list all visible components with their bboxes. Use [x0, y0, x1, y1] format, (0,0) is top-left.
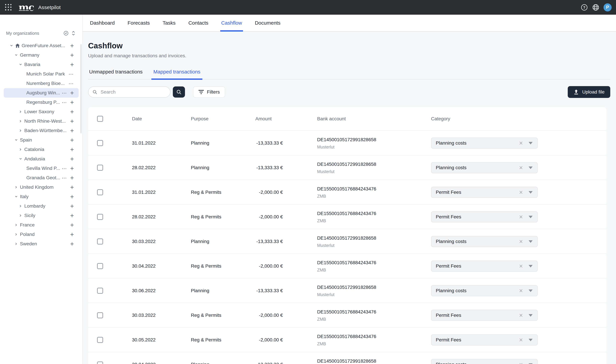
chevron-icon[interactable]: [19, 129, 23, 133]
row-checkbox[interactable]: [97, 312, 103, 318]
compass-icon[interactable]: [63, 31, 69, 36]
chevron-icon[interactable]: [9, 44, 14, 48]
app-grid-icon[interactable]: [5, 4, 12, 11]
chevron-icon[interactable]: [19, 119, 23, 123]
row-checkbox[interactable]: [97, 165, 103, 171]
row-checkbox[interactable]: [97, 238, 103, 245]
more-options-icon[interactable]: ⋯: [62, 90, 67, 96]
category-dropdown[interactable]: Planning costs ×: [431, 162, 538, 173]
chevron-icon[interactable]: [19, 110, 23, 114]
row-checkbox[interactable]: [97, 288, 103, 294]
category-dropdown[interactable]: Permit Fees ×: [431, 211, 538, 222]
chevron-icon[interactable]: [14, 195, 19, 199]
add-node-button[interactable]: +: [70, 99, 74, 105]
chevron-icon[interactable]: [14, 185, 19, 189]
tree-item[interactable]: Sevilla Wind P... ⋯ +: [4, 164, 79, 173]
row-checkbox[interactable]: [97, 337, 103, 343]
add-node-button[interactable]: +: [70, 146, 74, 153]
chevron-icon[interactable]: [19, 63, 23, 66]
tree-item[interactable]: Poland +: [4, 230, 79, 239]
more-options-icon[interactable]: ⋯: [62, 99, 67, 105]
tree-item[interactable]: Nuremberg Bioe... ⋯: [4, 79, 79, 88]
clear-category-icon[interactable]: ×: [519, 361, 529, 364]
more-options-icon[interactable]: ⋯: [62, 175, 67, 181]
tree-item[interactable]: Sweden +: [4, 239, 79, 248]
category-dropdown[interactable]: Planning costs ×: [431, 236, 538, 247]
add-node-button[interactable]: +: [70, 156, 74, 162]
chevron-icon[interactable]: [14, 242, 19, 246]
upload-file-button[interactable]: Upload file: [568, 86, 610, 98]
category-dropdown[interactable]: Permit Fees ×: [431, 334, 538, 345]
add-node-button[interactable]: +: [70, 52, 74, 58]
category-dropdown[interactable]: Planning costs ×: [431, 285, 538, 296]
tree-item[interactable]: GreenFuture Asset... +: [4, 41, 79, 50]
row-checkbox[interactable]: [97, 362, 103, 364]
nav-tab[interactable]: Dashboard: [90, 15, 115, 31]
clear-category-icon[interactable]: ×: [519, 263, 529, 269]
clear-category-icon[interactable]: ×: [519, 165, 529, 171]
user-avatar[interactable]: P: [603, 3, 612, 12]
tree-item[interactable]: Catalonia +: [4, 145, 79, 154]
category-dropdown[interactable]: Planning costs ×: [431, 138, 538, 149]
chevron-icon[interactable]: [19, 147, 23, 152]
add-node-button[interactable]: +: [70, 42, 74, 49]
row-checkbox[interactable]: [97, 214, 103, 220]
tree-item[interactable]: Augsburg Win... ⋯ +: [4, 88, 79, 98]
category-dropdown[interactable]: Permit Fees ×: [431, 187, 538, 198]
tree-item[interactable]: Munich Solar Park ⋯: [4, 69, 79, 79]
nav-tab[interactable]: Contacts: [188, 15, 208, 31]
clear-category-icon[interactable]: ×: [519, 214, 529, 220]
globe-icon[interactable]: [592, 4, 600, 11]
chevron-icon[interactable]: [14, 138, 19, 142]
tree-item[interactable]: Regensburg P... ⋯ +: [4, 98, 79, 107]
add-node-button[interactable]: +: [70, 175, 74, 181]
nav-tab[interactable]: Tasks: [163, 15, 176, 31]
add-node-button[interactable]: +: [70, 90, 74, 96]
select-all-checkbox[interactable]: [97, 116, 103, 122]
clear-category-icon[interactable]: ×: [519, 238, 529, 245]
tree-item[interactable]: Andalusia +: [4, 154, 79, 164]
tree-item[interactable]: Spain +: [4, 135, 79, 145]
add-node-button[interactable]: +: [70, 194, 74, 200]
tree-item[interactable]: North Rhine-West... +: [4, 117, 79, 126]
nav-tab[interactable]: Forecasts: [127, 15, 150, 31]
more-options-icon[interactable]: ⋯: [69, 80, 74, 86]
add-node-button[interactable]: +: [70, 118, 74, 124]
add-node-button[interactable]: +: [70, 165, 74, 171]
clear-category-icon[interactable]: ×: [519, 189, 529, 195]
search-input[interactable]: [88, 86, 170, 98]
chevron-icon[interactable]: [14, 53, 19, 57]
chevron-icon[interactable]: [19, 157, 23, 161]
expand-collapse-icon[interactable]: [71, 30, 76, 36]
category-dropdown[interactable]: Planning costs ×: [431, 359, 538, 364]
clear-category-icon[interactable]: ×: [519, 287, 529, 294]
nav-tab[interactable]: Cashflow: [221, 15, 242, 31]
add-node-button[interactable]: +: [70, 61, 74, 68]
tree-item[interactable]: Lombardy +: [4, 201, 79, 211]
more-options-icon[interactable]: ⋯: [69, 71, 74, 77]
tree-item[interactable]: France +: [4, 220, 79, 230]
row-checkbox[interactable]: [97, 189, 103, 195]
clear-category-icon[interactable]: ×: [519, 312, 529, 318]
add-node-button[interactable]: +: [70, 222, 74, 228]
add-node-button[interactable]: +: [70, 231, 74, 238]
row-checkbox[interactable]: [97, 263, 103, 269]
add-node-button[interactable]: +: [70, 212, 74, 219]
chevron-icon[interactable]: [14, 223, 19, 227]
add-node-button[interactable]: +: [70, 137, 74, 143]
row-checkbox[interactable]: [97, 140, 103, 146]
category-dropdown[interactable]: Permit Fees ×: [431, 310, 538, 321]
chevron-icon[interactable]: [19, 204, 23, 208]
help-icon[interactable]: ?: [581, 4, 588, 11]
add-node-button[interactable]: +: [70, 184, 74, 190]
chevron-icon[interactable]: [19, 213, 23, 218]
tree-item[interactable]: United Kingdom +: [4, 182, 79, 192]
tree-item[interactable]: Germany +: [4, 50, 79, 60]
subtab[interactable]: Unmapped transactions: [88, 69, 144, 79]
add-node-button[interactable]: +: [70, 108, 74, 115]
chevron-icon[interactable]: [14, 232, 19, 236]
search-submit-button[interactable]: [173, 86, 185, 98]
tree-item[interactable]: Bavaria +: [4, 60, 79, 69]
tree-item[interactable]: Italy +: [4, 192, 79, 201]
clear-category-icon[interactable]: ×: [519, 140, 529, 146]
